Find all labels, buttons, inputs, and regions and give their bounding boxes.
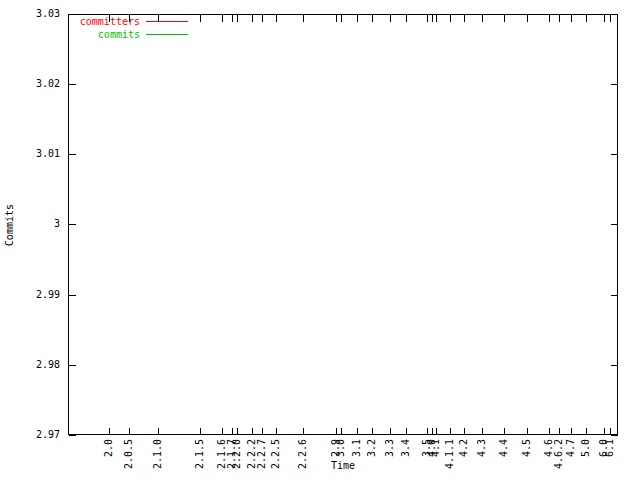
x-tick-mark-bottom [232,428,233,435]
y-tick-label: 3.03 [16,8,60,20]
plot-area [68,14,618,435]
x-tick-mark-bottom [559,428,560,435]
x-tick-mark-bottom [222,428,223,435]
y-tick-mark-left [69,365,76,366]
x-tick-mark-top [549,15,550,22]
y-tick-mark-left [69,224,76,225]
x-tick-mark-top [158,15,159,22]
x-tick-mark-top [336,15,337,22]
x-tick-label: 2.1.0 [152,439,164,469]
x-tick-mark-top [464,15,465,22]
x-tick-mark-bottom [158,428,159,435]
legend-label: commits [98,29,140,40]
y-tick-label: 2.98 [16,359,60,371]
x-tick-mark-bottom [109,428,110,435]
x-tick-label: 2.2.6 [297,439,309,469]
y-tick-label: 2.99 [16,289,60,301]
x-tick-mark-bottom [372,428,373,435]
y-tick-mark-right [611,295,618,296]
y-tick-mark-left [69,14,76,15]
legend-line-sample [146,21,188,22]
x-tick-mark-top [237,15,238,22]
x-tick-mark-top [129,15,130,22]
x-axis-title: Time [331,460,355,472]
x-tick-mark-top [303,15,304,22]
x-tick-mark-top [109,15,110,22]
x-tick-label: 4.1.1 [444,439,456,469]
x-tick-mark-bottom [604,428,605,435]
x-tick-mark-top [436,15,437,22]
x-tick-mark-bottom [427,428,428,435]
x-tick-label: 4.1 [430,439,442,457]
x-tick-mark-bottom [610,428,611,435]
x-tick-mark-top [200,15,201,22]
y-tick-mark-right [611,14,618,15]
y-tick-mark-right [611,154,618,155]
x-tick-label: 2.0.5 [123,439,135,469]
y-tick-label: 3.01 [16,148,60,160]
x-tick-mark-bottom [262,428,263,435]
x-tick-label: 2.1.5 [194,439,206,469]
x-tick-mark-top [559,15,560,22]
x-tick-mark-bottom [336,428,337,435]
x-tick-mark-bottom [549,428,550,435]
x-tick-label: 3.0 [335,439,347,457]
y-tick-label: 2.97 [16,429,60,441]
x-tick-mark-bottom [504,428,505,435]
x-tick-label: 4.5 [521,439,533,457]
y-axis-title: Commits [4,204,16,246]
x-tick-mark-bottom [432,428,433,435]
x-tick-mark-top [504,15,505,22]
x-tick-label: 5.0 [580,439,592,457]
x-tick-label: 4.3 [476,439,488,457]
x-tick-label: 4.6.2 [553,439,565,469]
x-tick-mark-bottom [450,428,451,435]
x-tick-mark-top [571,15,572,22]
x-tick-mark-bottom [303,428,304,435]
x-tick-mark-top [341,15,342,22]
x-tick-mark-top [427,15,428,22]
x-tick-mark-top [432,15,433,22]
x-tick-mark-bottom [129,428,130,435]
x-tick-label: 2.0 [103,439,115,457]
y-tick-label: 3.02 [16,78,60,90]
y-tick-mark-left [69,84,76,85]
x-tick-mark-top [604,15,605,22]
x-tick-label: 3.3 [384,439,396,457]
chart-canvas: Commits Time committerscommits 3.033.023… [0,0,640,480]
x-tick-mark-bottom [586,428,587,435]
x-tick-mark-bottom [357,428,358,435]
y-tick-mark-left [69,295,76,296]
y-tick-mark-right [611,435,618,436]
x-tick-mark-bottom [571,428,572,435]
x-tick-mark-top [222,15,223,22]
x-tick-mark-top [372,15,373,22]
x-tick-mark-top [357,15,358,22]
x-tick-label: 4.4 [498,439,510,457]
x-tick-mark-top [262,15,263,22]
legend-entry: commits [70,28,188,41]
x-tick-mark-top [390,15,391,22]
x-tick-mark-top [232,15,233,22]
y-tick-mark-right [611,224,618,225]
x-tick-label: 3.1 [351,439,363,457]
x-tick-label: 3.2 [366,439,378,457]
y-tick-mark-right [611,84,618,85]
y-tick-mark-right [611,365,618,366]
legend-line-sample [146,34,188,35]
x-tick-mark-bottom [341,428,342,435]
x-tick-mark-bottom [200,428,201,435]
x-tick-mark-bottom [436,428,437,435]
x-tick-mark-top [527,15,528,22]
x-tick-mark-top [610,15,611,22]
x-tick-label: 2.2.5 [270,439,282,469]
x-tick-label: 6.1 [604,439,616,457]
x-tick-mark-bottom [464,428,465,435]
x-tick-label: 4.2 [458,439,470,457]
x-tick-mark-top [450,15,451,22]
x-tick-mark-top [482,15,483,22]
x-tick-mark-top [276,15,277,22]
x-tick-mark-top [586,15,587,22]
y-tick-label: 3 [16,218,60,230]
x-tick-mark-top [252,15,253,22]
